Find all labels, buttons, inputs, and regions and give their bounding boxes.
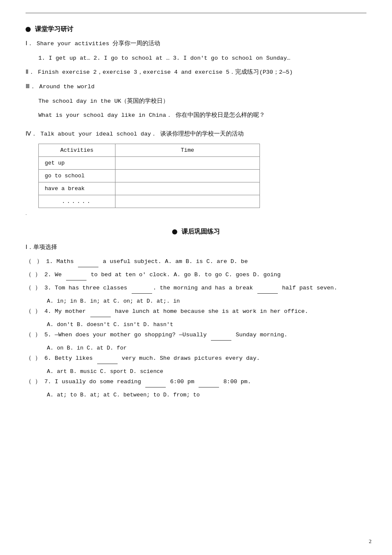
section-IV: Ⅳ． Talk about your ideal school day． 谈谈你… [26,129,366,140]
classroom-heading: 课堂学习研讨 [26,25,366,33]
time-getup [115,157,259,170]
question-7: （ ） 7. I usually do some reading 6:00 pm… [26,377,366,387]
activities-table: Activities Time get up go to school have… [38,144,260,208]
q1-blank [78,267,98,267]
table-row-school: go to school [39,170,260,182]
bullet-icon [26,27,31,32]
q1-text: Maths [57,258,78,265]
section-III-label: Ⅲ． [26,84,36,90]
q6-blank [97,364,118,364]
question-3: （ ） 3. Tom has three classes . the morni… [26,283,366,294]
section-I: Ⅰ． Share your activities 分享你一周的活动 [26,38,366,49]
q6-text: Betty likes [55,355,96,361]
q7-text2: 6:00 pm [167,379,198,385]
question-1: （ ） 1. Maths a useful subject. A. am B. … [26,257,366,267]
section-I-example-text: 1. I get up at… 2. I go to school at … 3… [38,55,290,61]
section-I-label: Ⅰ． [26,40,33,47]
section-III: Ⅲ． Around the world [26,81,366,92]
q3-text3: half past seven. [279,285,337,291]
q2-text: We [55,272,65,278]
section-III-China-text: What is your school day like in China． 你… [38,112,265,119]
question-2: （ ） 2. We to bed at ten o' clock. A. go … [26,270,366,280]
q4-paren-open: （ [26,308,32,315]
section-IV-label: Ⅳ． [26,131,37,137]
q3-blank-paren: ） [35,285,41,291]
question-5: （ ） 5. —When does your mother go shoppin… [26,330,366,341]
section-III-China: What is your school day like in China． 你… [38,110,366,121]
activity-school: go to school [39,170,115,182]
q6-num: 6. [44,355,55,361]
bullet-icon-2 [172,229,177,234]
q1-num: 1. [46,258,56,265]
time-dots [115,195,259,208]
section-II: Ⅱ． Finish exercise 2，exercise 3，exercise… [26,67,366,78]
q5-blank [211,340,231,341]
q1-blank-paren: ） [37,258,43,265]
q7-options: A. at; to B. at; at C. between; to D. fr… [47,390,366,400]
homework-section: 课后巩固练习 Ⅰ．单项选择 （ ） 1. Maths a useful subj… [26,228,366,400]
homework-heading: 课后巩固练习 [26,228,366,236]
q7-blank1 [145,387,166,387]
q3-num: 3. [44,285,55,291]
table-header-row: Activities Time [39,144,260,157]
q4-num: 4. [44,308,55,315]
section-III-text: Around the world [39,84,95,90]
q7-num: 7. [44,379,55,385]
activity-break: have a break [39,182,115,195]
q7-text: I usually do some reading [55,379,145,385]
q5-options: A. on B. in C. at D. for [47,343,366,353]
classroom-title: 课堂学习研讨 [35,25,73,33]
q1-text2: a useful subject. [99,258,165,265]
table-row-getup: get up [39,157,260,170]
time-break [115,182,259,195]
q2-blank [66,280,86,280]
homework-title: 课后巩固练习 [182,228,220,236]
table-row-break: have a break [39,182,260,195]
q5-blank-paren: ） [35,332,41,338]
q4-blank [90,317,111,317]
q4-blank-paren: ） [35,308,41,315]
section-I-examples: 1. I get up at… 2. I go to school at … 3… [38,53,366,64]
q3-text2: . the morning and has a break [153,285,257,291]
homework-subsection-label: Ⅰ．单项选择 [26,242,366,253]
q3-blank2 [257,293,278,294]
q4-text2: have lunch at home because she is at wor… [112,308,308,315]
q6-text2: very much. She draws pictures every day. [118,355,260,361]
col-activities: Activities [39,144,115,157]
q3-text: Tom has three classes [55,285,131,291]
q3-options: A. in; in B. in; at C. on; at D. at;. in [47,296,366,306]
section-II-label: Ⅱ． [26,69,35,75]
single-choice-label: Ⅰ．单项选择 [26,244,57,250]
q2-paren-open: （ [26,272,32,278]
section-III-UK: The school day in the UK（英国的学校日） [38,96,366,107]
q3-blank1 [132,293,152,294]
q5-paren-open: （ [26,332,32,338]
activity-dots: ...... [39,195,115,208]
q2-options: A. go B. to go C. goes D. going [173,272,280,278]
q6-options: A. art B. music C. sport D. science [47,367,366,377]
q7-blank-paren: ） [35,379,41,385]
q6-blank-paren: ） [35,355,41,361]
q7-paren-open: （ [26,379,32,385]
q4-text: My mother [55,308,89,315]
q5-text2: Sunday morning. [232,332,288,338]
question-4: （ ） 4. My mother have lunch at home beca… [26,306,366,317]
q3-paren-open: （ [26,285,32,291]
time-school [115,170,259,182]
q5-num: 5. [44,332,55,338]
col-time: Time [115,144,259,157]
section-II-text: Finish exercise 2，exercise 3，exercise 4 … [38,69,293,75]
q2-text2: to bed at ten o' clock. [87,272,174,278]
section-IV-text: Talk about your ideal school day． 谈谈你理想中… [40,131,244,137]
section-III-UK-text: The school day in the UK（英国的学校日） [38,98,169,104]
table-row-dots: ...... [39,195,260,208]
q2-blank-paren: ） [35,272,41,278]
q4-options: A. don't B. doesn't C. isn't D. hasn't [47,320,366,330]
q2-num: 2. [44,272,55,278]
section-IV-container: Ⅳ． Talk about your ideal school day． 谈谈你… [26,129,366,208]
q1-options: A. am B. is C. are D. be [165,258,248,265]
top-divider [26,13,366,13]
period-note: . [26,211,366,216]
question-6: （ ） 6. Betty likes very much. She draws … [26,353,366,364]
q6-paren-open: （ [26,355,32,361]
